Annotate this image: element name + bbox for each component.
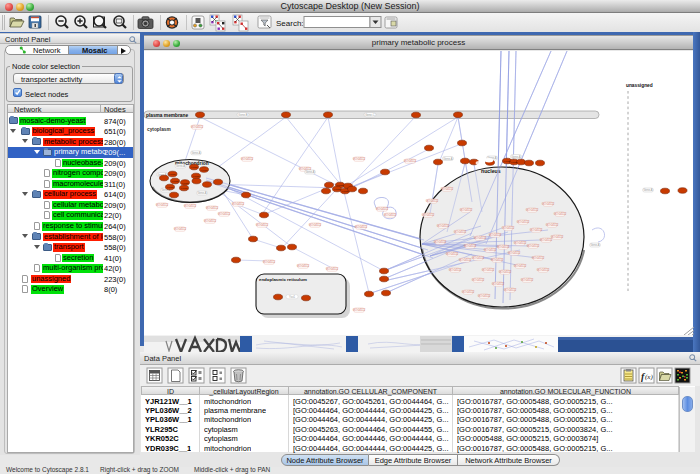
svg-text:GO:04512: GO:04512	[492, 282, 505, 286]
svg-text:GO:04512: GO:04512	[156, 203, 169, 207]
svg-text:GO:04512: GO:04512	[514, 241, 527, 245]
svg-text:Gene-B: Gene-B	[238, 113, 247, 117]
svg-text:GO:04512: GO:04512	[355, 225, 368, 229]
svg-text:GO:04512: GO:04512	[484, 248, 497, 252]
svg-text:Yxx00: Yxx00	[172, 180, 180, 183]
svg-text:GO:04512: GO:04512	[464, 244, 477, 248]
svg-text:GO:04512: GO:04512	[497, 245, 510, 249]
svg-text:GO:04512: GO:04512	[489, 233, 502, 237]
svg-text:GO:04512: GO:04512	[241, 157, 254, 161]
svg-text:Gene-A: Gene-A	[176, 164, 185, 168]
svg-text:Yxx00: Yxx00	[337, 184, 345, 187]
svg-text:GO:04512: GO:04512	[491, 258, 504, 262]
svg-text:GO:04512: GO:04512	[482, 268, 495, 272]
svg-text:GO:04512: GO:04512	[542, 202, 555, 206]
svg-text:GO:04512: GO:04512	[184, 204, 197, 208]
svg-text:Gene-A: Gene-A	[512, 155, 521, 159]
svg-text:GO:04512: GO:04512	[437, 224, 450, 228]
svg-text:Yxx00: Yxx00	[167, 186, 175, 189]
svg-text:GO:04512: GO:04512	[504, 288, 517, 292]
svg-text:GO:04512: GO:04512	[232, 202, 245, 206]
svg-text:GO:04512: GO:04512	[434, 240, 447, 244]
svg-text:Yxx00: Yxx00	[334, 188, 342, 191]
svg-text:(x): (x)	[645, 373, 653, 381]
svg-text:Gene-A: Gene-A	[591, 243, 600, 247]
svg-text:GO:04512: GO:04512	[472, 278, 485, 282]
svg-text:GO:04512: GO:04512	[537, 268, 550, 272]
svg-text:GO:04512: GO:04512	[174, 227, 187, 231]
svg-text:Yxx00: Yxx00	[181, 187, 189, 190]
svg-text:GO:04512: GO:04512	[551, 235, 564, 239]
svg-text:GO:04512: GO:04512	[474, 236, 487, 240]
svg-text:endoplasmic reticulum: endoplasmic reticulum	[259, 277, 307, 282]
svg-text:GO:04512: GO:04512	[454, 230, 467, 234]
svg-text:Gene-A: Gene-A	[198, 191, 207, 195]
svg-text:GO:04512: GO:04512	[462, 290, 475, 294]
svg-text:GO:04512: GO:04512	[326, 267, 339, 271]
svg-text:GO:04512: GO:04512	[514, 264, 527, 268]
svg-text:unassigned: unassigned	[626, 83, 653, 88]
svg-text:GO:04512: GO:04512	[263, 260, 276, 264]
svg-text:Gene-A: Gene-A	[306, 170, 315, 174]
svg-text:GO:04512: GO:04512	[449, 268, 462, 272]
svg-text:Search:: Search:	[276, 19, 304, 28]
svg-text:GO:04512: GO:04512	[526, 208, 539, 212]
svg-text:GO:04512: GO:04512	[353, 308, 366, 312]
svg-text:Gene-A: Gene-A	[444, 157, 453, 161]
svg-text:Gene-A: Gene-A	[644, 188, 653, 192]
svg-text:Yxx00: Yxx00	[169, 173, 177, 176]
svg-text:Yxx00: Yxx00	[182, 182, 190, 185]
svg-text:GO:04512: GO:04512	[218, 212, 231, 216]
svg-text:GO:04512: GO:04512	[191, 125, 204, 129]
svg-text:GO:04512: GO:04512	[530, 228, 543, 232]
svg-text:GO:04512: GO:04512	[502, 226, 515, 230]
svg-text:GO:04512: GO:04512	[441, 187, 454, 191]
svg-text:GO:04512: GO:04512	[206, 206, 219, 210]
svg-text:GO:04512: GO:04512	[422, 213, 435, 217]
svg-text:GO:04512: GO:04512	[508, 251, 521, 255]
svg-text:GO:04512: GO:04512	[527, 244, 540, 248]
svg-text:Yxx00: Yxx00	[511, 161, 519, 164]
svg-text:plasma membrane: plasma membrane	[146, 113, 188, 118]
svg-text:GO:04512: GO:04512	[554, 212, 567, 216]
svg-text:GO:04512: GO:04512	[532, 256, 545, 260]
svg-text:GO:04512: GO:04512	[517, 220, 530, 224]
svg-text:GO:04512: GO:04512	[472, 256, 485, 260]
svg-text:GO:04512: GO:04512	[499, 270, 512, 274]
svg-text:Yxx00: Yxx00	[342, 190, 350, 193]
svg-text:GO:04512: GO:04512	[404, 159, 417, 163]
svg-text:GO:04512: GO:04512	[459, 258, 472, 262]
svg-text:GO:04512: GO:04512	[460, 208, 473, 212]
svg-text:GO:04512: GO:04512	[204, 219, 217, 223]
svg-text:GO:04512: GO:04512	[297, 264, 310, 268]
svg-text:Yxx1: Yxx1	[289, 295, 296, 299]
svg-text:Yxx00: Yxx00	[191, 166, 199, 169]
svg-text:GO:04512: GO:04512	[376, 207, 389, 211]
svg-text:GO:04512: GO:04512	[309, 223, 322, 227]
svg-text:GO:04512: GO:04512	[384, 213, 397, 217]
svg-text:GO:04512: GO:04512	[478, 294, 491, 298]
svg-text:GO:04512: GO:04512	[353, 157, 366, 161]
svg-text:Yxx00: Yxx00	[193, 175, 201, 178]
svg-text:GO:04512: GO:04512	[546, 223, 559, 227]
svg-text:cytoplasm: cytoplasm	[147, 127, 171, 132]
svg-text:Yxx00: Yxx00	[201, 169, 209, 172]
svg-text:GO:04512: GO:04512	[426, 199, 439, 203]
svg-text:GO:04512: GO:04512	[446, 252, 459, 256]
svg-text:GO:04512: GO:04512	[521, 278, 534, 282]
svg-text:GO:04512: GO:04512	[256, 223, 269, 227]
svg-text:Gene-A: Gene-A	[192, 151, 201, 155]
svg-text:Gene-C: Gene-C	[365, 113, 374, 117]
